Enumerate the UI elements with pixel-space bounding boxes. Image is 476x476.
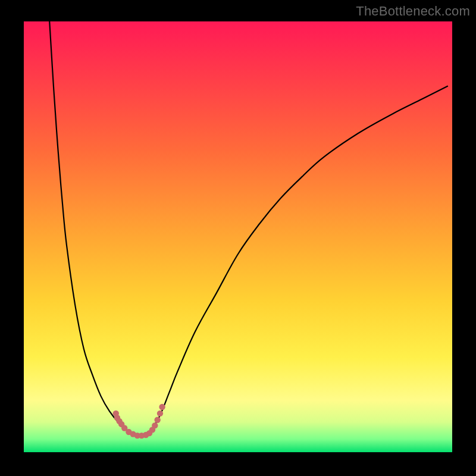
curve-left-branch xyxy=(49,21,143,436)
dot-icon xyxy=(152,422,158,428)
dot-icon xyxy=(159,404,165,410)
chart-stage: TheBottleneck.com xyxy=(0,0,476,476)
dot-icon xyxy=(154,417,160,423)
dotted-segment xyxy=(113,404,165,439)
dot-icon xyxy=(157,411,163,416)
watermark-text: TheBottleneck.com xyxy=(356,4,470,19)
curves-svg xyxy=(24,21,452,452)
plot-area xyxy=(24,21,452,452)
curve-right-branch xyxy=(144,86,448,437)
